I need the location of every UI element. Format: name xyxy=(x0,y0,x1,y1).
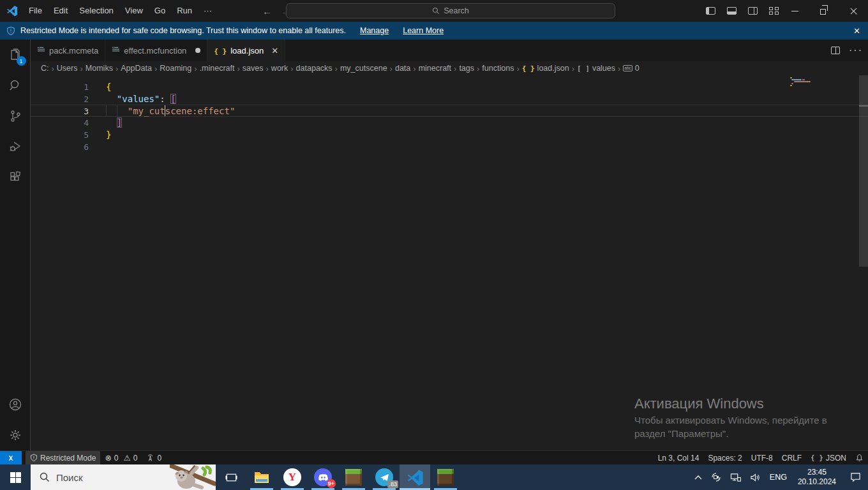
breadcrumb-item-datapacks[interactable]: datapacks› xyxy=(296,64,340,73)
breadcrumb-item-Momiks[interactable]: Momiks› xyxy=(86,64,121,73)
tray-chevron-icon[interactable] xyxy=(690,464,707,490)
code-editor[interactable]: 1{2 "values": [3 "my_cutscene:effect"4 ]… xyxy=(31,75,868,450)
breadcrumb-item-saves[interactable]: saves› xyxy=(243,64,271,73)
tab-effect.mcfunction[interactable]: effect.mcfunction xyxy=(105,40,207,61)
taskbar-app-file-explorer[interactable] xyxy=(246,464,277,490)
manage-link[interactable]: Manage xyxy=(360,26,389,35)
taskbar-app-telegram[interactable]: .83 xyxy=(369,464,400,490)
breadcrumb-item-0[interactable]: abc0 xyxy=(623,64,639,73)
restricted-mode-status[interactable]: Restricted Mode xyxy=(26,451,100,465)
chevron-right-icon: › xyxy=(266,64,269,73)
search-icon xyxy=(8,78,23,93)
ports-status[interactable]: 0 xyxy=(142,451,166,465)
menu-edit[interactable]: Edit xyxy=(48,0,73,22)
settings-button[interactable] xyxy=(0,420,31,450)
breadcrumb-item-AppData[interactable]: AppData› xyxy=(121,64,160,73)
toggle-secondary-sidebar-icon[interactable] xyxy=(748,7,758,15)
language-indicator[interactable]: ENG xyxy=(765,464,791,490)
accounts-button[interactable] xyxy=(0,389,31,420)
close-button[interactable] xyxy=(839,0,868,22)
taskbar-app-minecraft[interactable] xyxy=(338,464,369,490)
indentation-status[interactable]: Spaces: 2 xyxy=(703,451,746,465)
breadcrumb-item-work[interactable]: work› xyxy=(271,64,296,73)
code-line-6[interactable]: 6 xyxy=(31,141,868,153)
breadcrumb-item-minecraft[interactable]: minecraft› xyxy=(419,64,460,73)
menu-selection[interactable]: Selection xyxy=(73,0,119,22)
start-button[interactable] xyxy=(0,464,31,490)
learn-more-link[interactable]: Learn More xyxy=(403,26,444,35)
chevron-right-icon: › xyxy=(290,64,293,73)
breadcrumb-item-tags[interactable]: tags› xyxy=(459,64,482,73)
back-arrow-icon[interactable]: ← xyxy=(262,6,272,17)
customize-layout-icon[interactable] xyxy=(769,7,779,15)
split-editor-icon[interactable] xyxy=(831,47,840,54)
code-line-1[interactable]: 1{ xyxy=(31,81,868,93)
toggle-sidebar-icon[interactable] xyxy=(706,7,715,15)
tab-close-icon[interactable]: ✕ xyxy=(271,46,278,56)
action-center-icon[interactable] xyxy=(842,464,868,490)
tab-pack.mcmeta[interactable]: pack.mcmeta xyxy=(31,40,105,61)
bell-icon xyxy=(855,454,864,462)
breadcrumb-item-values[interactable]: [ ]values› xyxy=(577,64,623,73)
remote-indicator[interactable] xyxy=(0,451,22,465)
editor-more-actions-icon[interactable]: ··· xyxy=(849,45,863,56)
language-status[interactable]: { } JSON xyxy=(806,451,851,465)
code-line-2[interactable]: 2 "values": [ xyxy=(31,93,868,105)
breadcrumb-item-C[interactable]: C:› xyxy=(41,64,57,73)
line-number: 5 xyxy=(31,129,89,141)
sidebar-item-explorer[interactable]: 1 xyxy=(0,40,31,70)
tab-load.json[interactable]: { }load.json✕ xyxy=(207,40,285,61)
tab-label: pack.mcmeta xyxy=(49,46,98,56)
breadcrumb-item-.minecraft[interactable]: .minecraft› xyxy=(200,64,243,73)
volume-icon[interactable] xyxy=(745,464,765,490)
menu-file[interactable]: File xyxy=(23,0,48,22)
minimize-button[interactable] xyxy=(780,0,809,22)
encoding-status[interactable]: UTF-8 xyxy=(747,451,777,465)
menu-go[interactable]: Go xyxy=(149,0,171,22)
breadcrumb-item-my_cutscene[interactable]: my_cutscene› xyxy=(340,64,395,73)
sidebar-item-source-control[interactable] xyxy=(0,101,31,131)
restricted-mode-label: Restricted Mode xyxy=(40,454,96,463)
restore-button[interactable] xyxy=(809,0,839,22)
breadcrumb-item-Roaming[interactable]: Roaming› xyxy=(160,64,199,73)
network-icon[interactable] xyxy=(726,464,745,490)
breadcrumb-item-load.json[interactable]: { }load.json› xyxy=(522,64,577,73)
taskbar-app-discord[interactable]: 9+ xyxy=(308,464,338,490)
notifications-bell[interactable] xyxy=(851,451,868,465)
modified-dot-icon[interactable] xyxy=(195,48,200,53)
meet-now-icon[interactable] xyxy=(707,464,726,490)
watermark-line1: Чтобы активировать Windows, перейдите в xyxy=(634,413,859,427)
minimap[interactable] xyxy=(789,75,859,203)
breadcrumb-item-functions[interactable]: functions› xyxy=(482,64,521,73)
taskbar-app-minecraft-2[interactable] xyxy=(430,464,461,490)
editor-scrollbar[interactable] xyxy=(859,75,868,450)
breadcrumb-item-Users[interactable]: Users› xyxy=(57,64,86,73)
command-center-search[interactable]: Search xyxy=(286,3,615,19)
problems-status[interactable]: ⊗ 0 ⚠ 0 xyxy=(100,451,142,465)
error-icon: ⊗ xyxy=(105,453,111,463)
taskbar-app-yandex[interactable]: Y xyxy=(277,464,308,490)
code-line-5[interactable]: 5} xyxy=(31,129,868,141)
breadcrumb-item-data[interactable]: data› xyxy=(395,64,419,73)
sidebar-item-extensions[interactable] xyxy=(0,162,31,193)
vscode-logo-icon xyxy=(6,5,18,17)
cursor-position-status[interactable]: Ln 3, Col 14 xyxy=(654,451,704,465)
search-placeholder: Search xyxy=(444,6,469,15)
taskbar-search[interactable]: Поиск xyxy=(31,464,216,490)
eol-status[interactable]: CRLF xyxy=(777,451,806,465)
task-view-button[interactable] xyxy=(216,464,246,490)
menu-view[interactable]: View xyxy=(119,0,149,22)
code-line-3[interactable]: 3 "my_cutscene:effect" xyxy=(31,105,868,117)
clock[interactable]: 23:45 20.10.2024 xyxy=(791,464,842,490)
menu-run[interactable]: Run xyxy=(171,0,198,22)
toggle-panel-icon[interactable] xyxy=(727,7,737,15)
run-debug-icon xyxy=(8,139,23,154)
status-bar: Restricted Mode ⊗ 0 ⚠ 0 0 Ln 3, Col 14 S… xyxy=(0,450,868,464)
sidebar-item-search[interactable] xyxy=(0,70,31,101)
sidebar-item-run-debug[interactable] xyxy=(0,131,31,162)
taskbar-app-vscode[interactable] xyxy=(400,464,430,490)
code-line-4[interactable]: 4 ] xyxy=(31,117,868,129)
activity-bar: 1 xyxy=(0,40,31,450)
menu-[interactable]: ··· xyxy=(198,0,218,22)
banner-close-icon[interactable]: ✕ xyxy=(853,26,860,36)
